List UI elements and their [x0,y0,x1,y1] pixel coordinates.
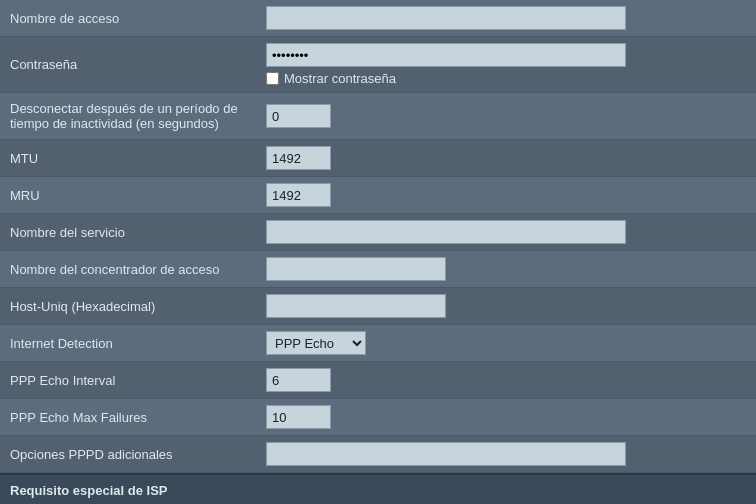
table-row: Contraseña Mostrar contraseña [0,37,756,93]
ppp-echo-max-failures-input[interactable] [266,405,331,429]
show-password-label: Mostrar contraseña [284,71,396,86]
label-host-uniq: Host-Uniq (Hexadecimal) [0,288,258,325]
input-cell-service-name [258,214,756,251]
label-ppp-echo-max-failures: PPP Echo Max Failures [0,399,258,436]
section-header-isp: Requisito especial de ISP [0,473,756,504]
table-row: MTU [0,140,756,177]
table-row: Host-Uniq (Hexadecimal) [0,288,756,325]
label-mtu: MTU [0,140,258,177]
table-row: PPP Echo Interval [0,362,756,399]
table-row: Opciones PPPD adicionales [0,436,756,473]
pppd-options-input[interactable] [266,442,626,466]
password-group: Mostrar contraseña [266,43,748,86]
table-row: PPP Echo Max Failures [0,399,756,436]
service-name-input[interactable] [266,220,626,244]
table-row: Internet Detection PPP Echo Ping None [0,325,756,362]
label-service-name: Nombre del servicio [0,214,258,251]
label-access-concentrator: Nombre del concentrador de acceso [0,251,258,288]
input-cell-mru [258,177,756,214]
label-disconnect: Desconectar después de un período de tie… [0,93,258,140]
table-row: Nombre del concentrador de acceso [0,251,756,288]
mru-input[interactable] [266,183,331,207]
show-password-row: Mostrar contraseña [266,71,748,86]
input-cell-ppp-echo-interval [258,362,756,399]
label-pppd-options: Opciones PPPD adicionales [0,436,258,473]
input-cell-pppd-options [258,436,756,473]
ppp-echo-interval-input[interactable] [266,368,331,392]
input-cell-ppp-echo-max-failures [258,399,756,436]
input-cell-access-concentrator [258,251,756,288]
mtu-input[interactable] [266,146,331,170]
table-row: Nombre de acceso [0,0,756,37]
table-row: Nombre del servicio [0,214,756,251]
disconnect-input[interactable] [266,104,331,128]
label-username: Nombre de acceso [0,0,258,37]
label-password: Contraseña [0,37,258,93]
input-cell-internet-detection: PPP Echo Ping None [258,325,756,362]
host-uniq-input[interactable] [266,294,446,318]
input-cell-username [258,0,756,37]
table-row: Desconectar después de un período de tie… [0,93,756,140]
username-input[interactable] [266,6,626,30]
access-concentrator-input[interactable] [266,257,446,281]
label-mru: MRU [0,177,258,214]
internet-detection-select[interactable]: PPP Echo Ping None [266,331,366,355]
input-cell-password: Mostrar contraseña [258,37,756,93]
label-internet-detection: Internet Detection [0,325,258,362]
label-ppp-echo-interval: PPP Echo Interval [0,362,258,399]
show-password-checkbox[interactable] [266,72,279,85]
password-input[interactable] [266,43,626,67]
input-cell-disconnect [258,93,756,140]
table-row: MRU [0,177,756,214]
settings-form: Nombre de acceso Contraseña Mostrar cont… [0,0,756,473]
input-cell-host-uniq [258,288,756,325]
input-cell-mtu [258,140,756,177]
